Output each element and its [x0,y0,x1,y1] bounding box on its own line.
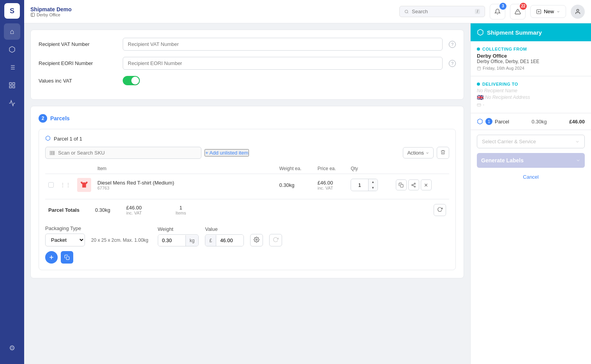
packaging-type-select[interactable]: Packet [46,234,85,246]
delete-parcel-button[interactable] [437,147,449,159]
svg-rect-7 [13,83,15,84]
qty-input-wrap[interactable]: ▲ ▼ [351,179,378,191]
drag-handle[interactable]: ⋮⋮ [60,182,71,188]
search-bar[interactable]: / [399,6,485,17]
alerts-button[interactable]: 22 [510,4,526,19]
collecting-dot [477,47,480,51]
search-input[interactable] [412,9,472,14]
alert-badge: 22 [520,3,527,10]
parcels-section-title: Parcels [50,115,70,121]
parcel-weight: 0.30kg [532,119,547,125]
notifications-button[interactable]: 3 [490,4,505,19]
copy-item-button[interactable] [396,179,407,190]
qty-down-button[interactable]: ▼ [369,185,377,191]
copy-parcel-icon [64,255,70,260]
vat-eori-card: Recipient VAT Number ? Recipient EORI Nu… [30,30,464,100]
sidebar: S ⌂ ⚙ [0,0,24,364]
item-thumbnail [77,178,91,192]
calendar-icon [477,66,481,70]
sidebar-item-chart[interactable] [4,77,20,93]
no-recipient-address: No Recipient Address [485,95,530,100]
sidebar-item-cube[interactable] [4,41,20,58]
parcel-title: Parcel 1 of 1 [54,136,82,142]
parcel-price: £46.00 [569,119,585,125]
right-panel: Shipment Summary Collecting From Derby O… [470,23,591,364]
svg-rect-23 [53,151,53,155]
packaging-weight-group: Weight kg [158,226,199,246]
sku-input-wrap[interactable] [45,147,201,159]
new-button[interactable]: New [530,5,566,18]
avatar-button[interactable] [571,5,585,19]
totals-label: Parcel Totals [48,207,95,213]
item-price: £46.00 [318,180,344,186]
select-carrier-dropdown[interactable]: Select Carrier & Service [477,135,585,148]
parcel-label: Parcel [495,119,509,125]
packaging-settings-button[interactable] [250,234,263,246]
svg-rect-37 [477,67,480,70]
parcel-totals: Parcel Totals 0.30kg £46.00 inc. VAT 1 I… [45,199,449,221]
remove-item-button[interactable] [421,179,432,190]
col-price-header: Price ea. [314,164,348,174]
svg-point-27 [412,184,413,185]
packaging-type-label: Packaging Type [45,225,152,231]
parcels-section-header: 2 Parcels [39,114,456,123]
user-icon [575,9,581,15]
parcel-box-icon [45,135,51,142]
sku-input[interactable] [58,150,197,156]
table-row: ⋮⋮ [45,174,449,196]
weight-input-wrap[interactable]: kg [158,234,199,246]
weight-input[interactable] [158,235,185,246]
value-input[interactable] [216,235,243,246]
content-area: Recipient VAT Number ? Recipient EORI Nu… [24,23,470,364]
app-logo: S [4,3,20,19]
totals-price: £46.00 [126,205,142,211]
row-checkbox[interactable] [48,182,54,188]
vat-help-icon[interactable]: ? [449,41,456,48]
add-unlisted-button[interactable]: + Add unlisted item [205,149,249,157]
item-sku: 67763 [97,186,273,190]
sidebar-item-settings[interactable]: ⚙ [4,340,20,356]
copy-parcel-button[interactable] [61,251,73,264]
svg-line-30 [413,184,415,185]
qty-arrows: ▲ ▼ [368,179,377,191]
totals-weight: 0.30kg [95,207,126,213]
sidebar-item-list[interactable] [4,59,20,76]
add-icon [48,254,55,260]
svg-point-28 [414,186,415,187]
bell-icon [494,9,501,15]
qty-input[interactable] [351,180,368,190]
value-input-wrap[interactable]: £ [205,234,244,246]
svg-line-29 [413,185,415,186]
parcel-summary-icon [477,118,483,125]
refresh-totals-button[interactable] [434,204,446,216]
cancel-button[interactable]: Cancel [471,171,591,183]
share-item-button[interactable] [408,179,419,190]
parcel-header: Parcel 1 of 1 [45,135,449,142]
value-label: Value [205,226,244,232]
values-vat-toggle[interactable] [123,76,140,85]
toggle-knob [131,77,139,84]
vat-input[interactable] [123,38,443,51]
items-table: Item Weight ea. Price ea. Qty [45,164,449,196]
office-addr: Derby Office, Derby, DE1 1EE [477,59,585,64]
generate-labels-button[interactable]: Generate Labels [477,153,585,168]
sidebar-item-analytics[interactable] [4,95,20,111]
col-qty-header: Qty [348,164,393,174]
packaging-refresh-button[interactable] [269,234,282,246]
sku-row: + Add unlisted item Actions [45,147,449,159]
eori-input[interactable] [123,57,443,70]
totals-price-vat: inc. VAT [126,211,165,215]
refresh-pkg-icon [273,237,279,243]
eori-help-icon[interactable]: ? [449,60,456,67]
add-parcel-button[interactable] [45,251,58,264]
topbar: Shipmate Demo Derby Office / 3 22 [24,0,591,23]
svg-point-19 [577,9,579,11]
packaging-type-select-wrap[interactable]: Packet [45,234,85,246]
generate-arrow-icon [576,158,580,163]
brand-name: Shipmate Demo [30,6,72,12]
parcels-card: 2 Parcels Parcel 1 of 1 [30,106,464,278]
qty-up-button[interactable]: ▲ [369,179,377,185]
sidebar-item-home[interactable]: ⌂ [4,23,20,40]
actions-button[interactable]: Actions [403,147,434,158]
shipment-icon [477,29,484,36]
